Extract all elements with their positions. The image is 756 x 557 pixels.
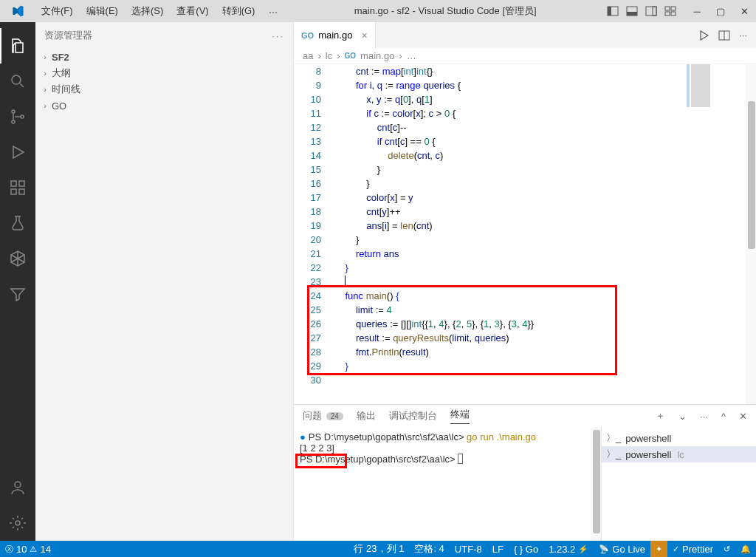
- run-icon[interactable]: [698, 30, 709, 41]
- sidebar-more-icon[interactable]: ···: [272, 30, 284, 41]
- status-feedback-icon[interactable]: ↺: [718, 541, 735, 557]
- activity-graphql-icon[interactable]: [0, 241, 35, 276]
- svg-point-12: [12, 120, 15, 123]
- svg-point-11: [12, 110, 15, 113]
- editor-more-icon[interactable]: ···: [739, 30, 747, 41]
- minimize-button[interactable]: ─: [685, 0, 709, 22]
- terminal-scrollbar[interactable]: [591, 427, 601, 541]
- svg-rect-6: [665, 7, 670, 10]
- chevron-right-icon: ›: [40, 101, 50, 110]
- editor-tabs: GO main.go × ···: [294, 22, 756, 48]
- sidebar-item[interactable]: ›GO: [35, 98, 293, 114]
- split-editor-icon[interactable]: [718, 30, 730, 41]
- titlebar: 文件(F) 编辑(E) 选择(S) 查看(V) 转到(G) … main.go …: [0, 0, 756, 22]
- tab-filename: main.go: [318, 30, 352, 41]
- menu-bar: 文件(F) 编辑(E) 选择(S) 查看(V) 转到(G) …: [35, 1, 284, 21]
- terminal-list-item[interactable]: 〉_powershell: [602, 430, 756, 446]
- status-errors[interactable]: ⓧ10⚠14: [0, 541, 56, 557]
- code-editor[interactable]: 8910111213141516171819202122232425262728…: [294, 64, 756, 404]
- sidebar-item[interactable]: ›SF2: [35, 49, 293, 65]
- layout-controls: [607, 5, 676, 17]
- terminal-output[interactable]: ●PS D:\mysetup\gopath\src\sf2\aa\lc> go …: [294, 427, 591, 541]
- minimap[interactable]: [687, 64, 746, 153]
- status-go-live[interactable]: 📡Go Live: [594, 541, 650, 557]
- menu-more[interactable]: …: [262, 1, 284, 21]
- menu-selection[interactable]: 选择(S): [126, 1, 169, 21]
- menu-file[interactable]: 文件(F): [35, 1, 79, 21]
- menu-view[interactable]: 查看(V): [171, 1, 214, 21]
- layout-toggle-right-icon[interactable]: [645, 5, 657, 17]
- status-bell-icon[interactable]: 🔔: [735, 541, 756, 557]
- terminal-list-item[interactable]: 〉_powershelllc: [602, 446, 756, 462]
- status-go-version[interactable]: 1.23.2 ⚡: [543, 541, 594, 557]
- activity-filter-icon[interactable]: [0, 276, 35, 312]
- panel-tab-debug[interactable]: 调试控制台: [389, 409, 437, 423]
- activity-extensions-icon[interactable]: [0, 170, 35, 205]
- activity-explorer-icon[interactable]: [0, 28, 35, 64]
- terminal-icon: 〉_: [606, 431, 621, 445]
- window-title: main.go - sf2 - Visual Studio Code [管理员]: [284, 4, 607, 18]
- activity-search-icon[interactable]: [0, 64, 35, 99]
- panel-maximize-icon[interactable]: ^: [721, 411, 726, 422]
- breadcrumb-item[interactable]: main.go: [360, 50, 394, 61]
- editor-scrollbar[interactable]: [746, 64, 756, 404]
- panel-more-icon[interactable]: ···: [700, 411, 708, 422]
- breadcrumb[interactable]: aa› lc› GO main.go› …: [294, 48, 756, 64]
- layout-toggle-left-icon[interactable]: [607, 5, 619, 17]
- tab-close-icon[interactable]: ×: [361, 30, 367, 41]
- svg-rect-8: [665, 12, 670, 16]
- status-orange-icon[interactable]: ✦: [650, 541, 667, 557]
- panel-tab-problems[interactable]: 问题 24: [303, 409, 343, 423]
- editor-group: GO main.go × ··· aa› lc› GO main.go› … 8…: [294, 22, 756, 541]
- svg-rect-4: [646, 7, 656, 16]
- vscode-logo-icon: [0, 5, 35, 17]
- activity-settings-icon[interactable]: [0, 505, 35, 541]
- annotation-box-main: [307, 285, 617, 375]
- activity-account-icon[interactable]: [0, 470, 35, 505]
- sidebar-item-label: GO: [50, 100, 66, 112]
- sidebar-title: 资源管理器: [44, 29, 92, 42]
- svg-rect-1: [608, 7, 611, 16]
- sidebar-item-label: 大纲: [50, 66, 71, 80]
- sidebar-item[interactable]: ›时间线: [35, 81, 293, 98]
- tab-main-go[interactable]: GO main.go ×: [294, 22, 376, 48]
- svg-rect-9: [671, 12, 676, 16]
- activity-debug-icon[interactable]: [0, 134, 35, 170]
- explorer-tree: ›SF2›大纲›时间线›GO: [35, 49, 293, 114]
- menu-edit[interactable]: 编辑(E): [80, 1, 124, 21]
- layout-toggle-bottom-icon[interactable]: [626, 5, 638, 17]
- svg-rect-15: [11, 189, 16, 194]
- status-language[interactable]: { } Go: [509, 541, 543, 557]
- terminal-output-line: [1 2 2 3]: [300, 442, 585, 454]
- svg-point-13: [21, 115, 24, 118]
- scrollbar-thumb[interactable]: [748, 101, 755, 249]
- breadcrumb-item[interactable]: …: [407, 50, 416, 61]
- close-button[interactable]: ✕: [732, 0, 756, 22]
- breadcrumb-item[interactable]: lc: [326, 50, 332, 61]
- status-bar: ⓧ10⚠14 行 23，列 1 空格: 4 UTF-8 LF { } Go 1.…: [0, 541, 756, 557]
- breadcrumb-item[interactable]: aa: [303, 50, 313, 61]
- panel-new-terminal-icon[interactable]: ＋: [656, 409, 665, 423]
- sidebar-item-label: SF2: [50, 52, 69, 63]
- status-prettier[interactable]: ✓Prettier: [667, 541, 718, 557]
- chevron-right-icon: ›: [40, 52, 50, 61]
- panel-tab-terminal[interactable]: 终端: [450, 408, 470, 424]
- panel-chevron-icon[interactable]: ⌄: [678, 411, 687, 422]
- status-indent[interactable]: 空格: 4: [409, 541, 449, 557]
- activity-testing-icon[interactable]: [0, 205, 35, 241]
- status-eol[interactable]: LF: [487, 541, 509, 557]
- menu-go[interactable]: 转到(G): [216, 1, 261, 21]
- activity-scm-icon[interactable]: [0, 99, 35, 134]
- status-encoding[interactable]: UTF-8: [450, 541, 487, 557]
- sidebar-header: 资源管理器 ···: [35, 22, 293, 49]
- window-controls: ─ ▢ ✕: [685, 0, 756, 22]
- scrollbar-thumb[interactable]: [593, 430, 600, 533]
- layout-customize-icon[interactable]: [664, 5, 676, 17]
- maximize-button[interactable]: ▢: [709, 0, 732, 22]
- svg-rect-7: [671, 7, 676, 10]
- panel-tab-output[interactable]: 输出: [357, 409, 376, 423]
- status-position[interactable]: 行 23，列 1: [348, 541, 409, 557]
- sidebar-item[interactable]: ›大纲: [35, 65, 293, 81]
- terminal-icon: 〉_: [606, 448, 621, 461]
- panel-close-icon[interactable]: ✕: [739, 411, 747, 422]
